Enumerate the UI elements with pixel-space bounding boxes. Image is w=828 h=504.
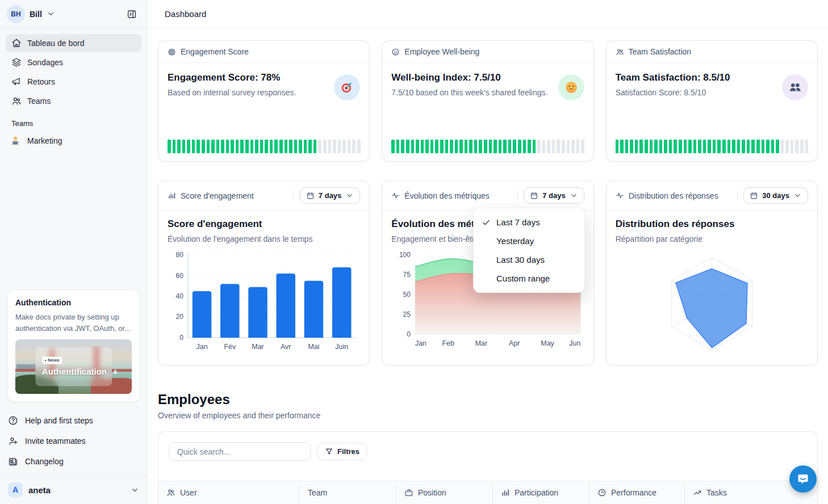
column-header-performance[interactable]: Performance (589, 481, 684, 504)
svg-text:May: May (541, 339, 555, 347)
chart-card: Distribution des réponses30 daysDistribu… (606, 180, 818, 366)
radar-chart (616, 248, 808, 359)
kpi-subtitle: Satisfaction Score: 8.5/10 (616, 88, 730, 97)
menu-item-last-30-days[interactable]: Last 30 days (474, 250, 584, 269)
sidebar-item-label: Teams (27, 96, 51, 106)
workspace-avatar: A (8, 482, 23, 497)
technologist-icon (10, 136, 20, 146)
sidebar: BH Bill Tableau de bordSondagesRetoursTe… (0, 0, 148, 504)
svg-text:50: 50 (403, 291, 411, 299)
users-icon (166, 488, 175, 497)
sidebar-item-invite-teammates[interactable]: Invite teammates (0, 431, 147, 451)
topbar: Dashboard (148, 0, 828, 28)
svg-text:Avr: Avr (281, 343, 291, 351)
kpi-title: Team Satisfaction: 8.5/10 (616, 72, 730, 83)
svg-text:Fév: Fév (224, 343, 236, 351)
date-range-label: 30 days (762, 191, 789, 200)
promo-card[interactable]: Authentication Make docs private by sett… (7, 289, 140, 402)
chevron-down-icon (131, 486, 139, 494)
sidebar-collapse-button[interactable] (123, 6, 140, 23)
column-header-user[interactable]: User (158, 481, 299, 504)
svg-text:75: 75 (403, 271, 411, 279)
target-icon (168, 48, 176, 56)
chart-subtitle: Répartition par catégorie (616, 234, 808, 243)
column-header-participation[interactable]: Participation (492, 481, 589, 504)
sidebar-item-help-and-first-steps[interactable]: Help and first steps (0, 410, 147, 431)
teams-section-label: Teams (0, 111, 147, 131)
svg-text:Feb: Feb (442, 339, 455, 347)
kpi-emoji-badge (334, 74, 360, 100)
promo-description: Make docs private by setting up authenti… (15, 312, 132, 334)
promo-title: Authentication (15, 298, 132, 307)
sidebar-item-label: Invite teammates (25, 436, 86, 446)
svg-text:Jan: Jan (415, 339, 426, 347)
kpi-card-header: Engagement Score (158, 41, 369, 63)
chat-bubble-icon (796, 472, 810, 486)
employees-title: Employees (158, 392, 818, 408)
sidebar-item-tableau-de-bord[interactable]: Tableau de bord (6, 34, 141, 52)
date-range-selector[interactable]: 30 days (743, 187, 808, 204)
column-header-position[interactable]: Position (396, 481, 492, 504)
menu-item-custom-range[interactable]: Custom range (474, 269, 584, 288)
megaphone-icon (11, 77, 22, 87)
menu-item-yesterday[interactable]: Yesterday (474, 232, 584, 250)
clock-icon (597, 488, 607, 497)
chart-card-header-label: Score d'engagement (181, 191, 254, 200)
sidebar-item-label: Tableau de bord (27, 39, 84, 48)
app-root: BH Bill Tableau de bordSondagesRetoursTe… (0, 0, 828, 504)
workspace-switcher[interactable]: A aneta (0, 475, 147, 504)
smile-icon (391, 48, 400, 56)
chart-card-header-label: Évolution des métriques (404, 191, 489, 200)
date-range-selector[interactable]: 7 days (300, 187, 360, 204)
promo-image: • News Authentification (15, 339, 132, 394)
employees-subtitle: Overview of employees and their performa… (158, 411, 818, 420)
teams-list: Marketing (0, 131, 147, 150)
kpi-emoji-badge (558, 74, 584, 100)
chevdown-icon (345, 191, 354, 200)
chart-title: Score d'engagement (168, 219, 360, 230)
minibar-icon (501, 488, 510, 497)
sidebar-item-sondages[interactable]: Sondages (6, 53, 141, 72)
kpi-emoji-badge (782, 74, 808, 100)
funnel-icon (325, 447, 333, 456)
sidebar-item-retours[interactable]: Retours (6, 73, 141, 91)
kpi-progress-bars (616, 140, 808, 153)
filters-label: Filtres (337, 447, 359, 456)
column-header-label: Position (418, 488, 446, 497)
kpi-card: Team SatisfactionTeam Satisfaction: 8.5/… (606, 40, 818, 162)
employees-table-card: Filtres UserTeamPositionParticipationPer… (158, 431, 818, 504)
sidebar-bottom: Authentication Make docs private by sett… (0, 285, 147, 504)
user-avatar[interactable]: BH (7, 5, 25, 23)
sidebar-item-changelog[interactable]: Changelog (0, 451, 147, 472)
column-header-team[interactable]: Team (299, 481, 396, 504)
sidebar-team-marketing[interactable]: Marketing (0, 131, 147, 150)
kpi-card: Employee Well-beingWell-being Index: 7.5… (382, 40, 593, 162)
column-header-label: Participation (515, 488, 558, 497)
search-input[interactable] (169, 442, 311, 461)
sidebar-item-label: Changelog (25, 457, 64, 466)
menu-item-label: Last 7 days (496, 217, 540, 227)
users-icon (616, 48, 624, 56)
sidebar-item-teams[interactable]: Teams (6, 92, 141, 110)
user-name[interactable]: Bill (30, 10, 42, 19)
kpi-title: Engagement Score: 78% (168, 72, 296, 83)
sidebar-user-row: BH Bill (0, 0, 147, 28)
chart-card-header: Distribution des réponses30 days (607, 181, 817, 211)
svg-text:20: 20 (176, 313, 184, 321)
chat-launcher-button[interactable] (789, 465, 817, 493)
date-range-selector[interactable]: 7 days (524, 187, 584, 204)
sidebar-item-label: Sondages (27, 58, 63, 67)
menu-item-label: Custom range (496, 274, 550, 283)
filters-button[interactable]: Filtres (317, 443, 367, 460)
sidebar-footer-nav: Help and first stepsInvite teammatesChan… (0, 410, 147, 472)
chart-card-header-label: Distribution des réponses (629, 191, 718, 200)
news-icon (8, 456, 18, 467)
menu-item-last-7-days[interactable]: Last 7 days (474, 213, 584, 232)
kpi-title: Well-being Index: 7.5/10 (391, 72, 547, 83)
home-icon (11, 38, 22, 48)
kpi-subtitle: Based on internal survey responses. (168, 88, 296, 97)
svg-text:Mai: Mai (308, 343, 319, 351)
chevron-down-icon (47, 10, 55, 18)
kpi-progress-bars (168, 140, 360, 153)
kpi-card: Engagement ScoreEngagement Score: 78%Bas… (158, 40, 370, 162)
